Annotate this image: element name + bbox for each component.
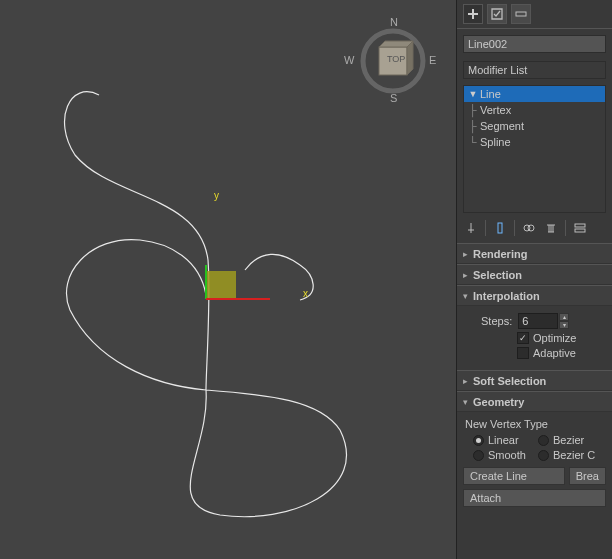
stack-toolbar — [463, 219, 606, 237]
steps-input[interactable] — [518, 313, 558, 329]
stack-sub-label: Segment — [480, 120, 524, 132]
viewcube-w: W — [344, 54, 354, 66]
radio-linear-label: Linear — [488, 434, 538, 446]
viewport[interactable]: x y TOP N S W E — [0, 0, 457, 559]
pin-stack-icon[interactable] — [463, 220, 479, 236]
new-vertex-type-label: New Vertex Type — [465, 418, 606, 430]
viewcube-s: S — [390, 92, 397, 104]
rollout-softselection-header[interactable]: ▸ Soft Selection — [457, 371, 612, 391]
configure-sets-icon[interactable] — [572, 220, 588, 236]
modifier-list-dropdown[interactable]: Modifier List — [463, 61, 606, 79]
expand-icon: ▼ — [466, 89, 480, 99]
spinner-down-icon[interactable]: ▾ — [559, 321, 569, 329]
radio-bezier[interactable] — [538, 435, 549, 446]
rollout-selection-header[interactable]: ▸ Selection — [457, 265, 612, 285]
chevron-right-icon: ▸ — [463, 249, 473, 259]
chevron-right-icon: ▸ — [463, 270, 473, 280]
create-line-label: Create Line — [470, 470, 527, 482]
break-label: Brea — [576, 470, 599, 482]
spinner-up-icon[interactable]: ▴ — [559, 313, 569, 321]
modify-tab-icon[interactable] — [487, 4, 507, 24]
chevron-down-icon: ▾ — [463, 291, 473, 301]
radio-linear[interactable] — [473, 435, 484, 446]
optimize-label: Optimize — [533, 332, 576, 344]
svg-rect-14 — [575, 224, 585, 227]
chevron-down-icon: ▾ — [463, 397, 473, 407]
attach-label: Attach — [470, 492, 501, 504]
stack-item-vertex[interactable]: ├ Vertex — [464, 102, 605, 118]
rollout-rendering-title: Rendering — [473, 248, 527, 260]
show-end-result-icon[interactable] — [492, 220, 508, 236]
break-button[interactable]: Brea — [569, 467, 606, 485]
radio-smooth[interactable] — [473, 450, 484, 461]
create-tab-icon[interactable] — [463, 4, 483, 24]
hierarchy-tab-icon[interactable] — [511, 4, 531, 24]
make-unique-icon[interactable] — [521, 220, 537, 236]
stack-item-segment[interactable]: ├ Segment — [464, 118, 605, 134]
rollout-interpolation-header[interactable]: ▾ Interpolation — [457, 286, 612, 306]
radio-bezier-label: Bezier — [553, 434, 584, 446]
object-name-field[interactable]: Line002 — [463, 35, 606, 53]
viewcube-face: TOP — [387, 54, 405, 64]
adaptive-checkbox[interactable] — [517, 347, 529, 359]
rollout-rendering-header[interactable]: ▸ Rendering — [457, 244, 612, 264]
rollout-selection-title: Selection — [473, 269, 522, 281]
modifier-stack[interactable]: ▼ Line ├ Vertex ├ Segment └ Spline — [463, 85, 606, 213]
remove-modifier-icon[interactable] — [543, 220, 559, 236]
rollout-softselection-title: Soft Selection — [473, 375, 546, 387]
panel-tab-row — [457, 0, 612, 29]
stack-item-line[interactable]: ▼ Line — [464, 86, 605, 102]
steps-label: Steps: — [481, 315, 512, 327]
rollout-interpolation-title: Interpolation — [473, 290, 540, 302]
viewcube-n: N — [390, 16, 398, 28]
radio-bezier-corner[interactable] — [538, 450, 549, 461]
viewcube-e: E — [429, 54, 436, 66]
command-panel: Line002 Modifier List ▼ Line ├ Vertex ├ … — [457, 0, 612, 559]
stack-item-spline[interactable]: └ Spline — [464, 134, 605, 150]
optimize-checkbox[interactable]: ✓ — [517, 332, 529, 344]
view-cube[interactable]: TOP N S W E — [350, 18, 436, 104]
adaptive-label: Adaptive — [533, 347, 576, 359]
steps-spinner[interactable]: ▴▾ — [518, 313, 569, 329]
create-line-button[interactable]: Create Line — [463, 467, 565, 485]
stack-root-label: Line — [480, 88, 501, 100]
rollout-geometry-title: Geometry — [473, 396, 524, 408]
svg-point-13 — [528, 225, 534, 231]
svg-rect-11 — [498, 223, 502, 233]
radio-smooth-label: Smooth — [488, 449, 538, 461]
stack-sub-label: Spline — [480, 136, 511, 148]
attach-button[interactable]: Attach — [463, 489, 606, 507]
svg-marker-9 — [407, 41, 413, 75]
rollout-geometry-header[interactable]: ▾ Geometry — [457, 392, 612, 412]
chevron-right-icon: ▸ — [463, 376, 473, 386]
stack-sub-label: Vertex — [480, 104, 511, 116]
axis-y-label: y — [214, 190, 219, 201]
axis-x-label: x — [303, 288, 308, 299]
svg-rect-15 — [575, 229, 585, 232]
radio-bezier-corner-label: Bezier C — [553, 449, 595, 461]
svg-rect-10 — [516, 12, 526, 16]
